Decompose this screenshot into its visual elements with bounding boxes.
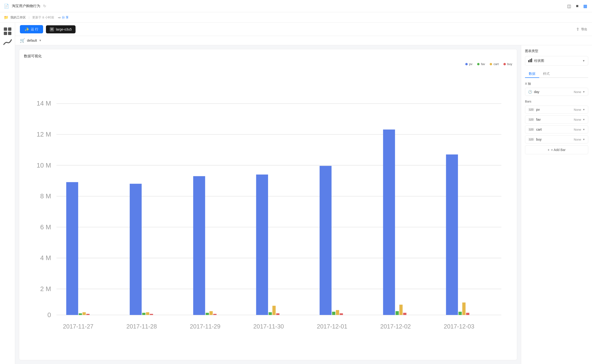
run-button[interactable]: ✨ 运 行 (20, 25, 43, 33)
add-bar-button[interactable]: + + Add Bar (525, 145, 588, 154)
bar (340, 313, 343, 315)
svg-rect-0 (4, 27, 7, 31)
bar (150, 314, 153, 315)
legend-label-cart: cart (493, 62, 499, 66)
x-axis-aggregate: None (574, 90, 581, 94)
x-axis-row-left: 🕐 day (528, 90, 539, 94)
tab-data[interactable]: 数据 (525, 70, 539, 78)
x-axis-label: X 轴 (525, 82, 588, 86)
top-bar-left: 📄 淘宝用户购物行为 ↻ (4, 4, 46, 9)
bar (458, 312, 462, 315)
svg-text:2017-12-01: 2017-12-01 (317, 323, 347, 330)
x-axis-caret-icon: ▼ (583, 91, 585, 93)
bar-aggregate-pv: None (574, 108, 581, 111)
x-axis-field: day (534, 90, 539, 94)
bar-caret-buy-icon: ▼ (583, 138, 585, 141)
bar-row-pv[interactable]: 123 pv None ▼ (525, 105, 588, 114)
chart-type-caret-icon: ▼ (582, 59, 585, 63)
legend-label-buy: buy (507, 62, 512, 66)
layout-icon-2[interactable]: ■ (575, 3, 579, 9)
svg-text:2017-12-02: 2017-12-02 (380, 323, 411, 330)
svg-rect-1 (8, 27, 11, 31)
legend-dot-pv (465, 63, 468, 65)
svg-text:10 M: 10 M (36, 162, 51, 169)
chart-legend: pv fav cart buy (24, 62, 512, 66)
clock-icon: 🕐 (528, 90, 532, 94)
layout-icon-3[interactable]: ▩ (582, 3, 588, 10)
bar-row-fav-right: None ▼ (574, 118, 585, 121)
x-axis-section: X 轴 🕐 day None ▼ (525, 82, 588, 96)
add-bar-label: + Add Bar (551, 148, 566, 152)
num-icon-buy: 123 (528, 138, 534, 141)
legend-buy: buy (503, 62, 512, 66)
bar-row-buy-left: 123 buy (528, 137, 542, 141)
bar-row-fav[interactable]: 123 fav None ▼ (525, 116, 588, 124)
svg-rect-27 (528, 60, 529, 62)
legend-cart: cart (490, 62, 499, 66)
run-label: 运 行 (31, 27, 38, 32)
svg-text:14 M: 14 M (36, 100, 51, 107)
x-axis-row[interactable]: 🕐 day None ▼ (525, 88, 588, 96)
legend-pv: pv (465, 62, 472, 66)
schema-bar: 🛒 default ▼ (15, 36, 592, 45)
bars-label: Bars (525, 100, 588, 103)
svg-rect-2 (4, 32, 7, 35)
bar-row-buy-right: None ▼ (574, 138, 585, 141)
legend-dot-cart (490, 63, 492, 65)
svg-text:2017-11-29: 2017-11-29 (190, 323, 220, 330)
bar (142, 313, 145, 315)
bar (332, 312, 335, 315)
svg-text:2017-12-03: 2017-12-03 (444, 323, 474, 330)
bar-aggregate-buy: None (574, 138, 581, 141)
workspace-icon: 📁 (4, 15, 8, 20)
bar (130, 184, 142, 315)
model-button[interactable]: M large-o3u5 (46, 25, 76, 33)
legend-label-pv: pv (469, 62, 472, 66)
bar (66, 182, 78, 315)
bar (466, 313, 469, 315)
document-icon: 📄 (4, 4, 9, 9)
svg-text:2017-11-27: 2017-11-27 (63, 323, 93, 330)
bar (193, 176, 205, 315)
bar (336, 310, 339, 315)
app-title: 淘宝用户购物行为 (12, 4, 40, 8)
svg-rect-28 (530, 59, 531, 62)
add-icon: + (547, 148, 549, 152)
top-bar: 📄 淘宝用户购物行为 ↻ ◫ ■ ▩ (0, 0, 592, 12)
svg-text:2 M: 2 M (40, 285, 51, 292)
share-button[interactable]: ⇨ 分 享 (58, 15, 69, 20)
bar-row-buy[interactable]: 123 buy None ▼ (525, 135, 588, 143)
chart-type-value: 柱状图 (534, 59, 544, 63)
schema-caret-icon[interactable]: ▼ (39, 39, 42, 42)
bar (383, 130, 395, 315)
bar-row-pv-left: 123 pv (528, 108, 540, 111)
bar (399, 305, 402, 315)
layout-icon-1[interactable]: ◫ (566, 3, 572, 10)
tab-style[interactable]: 样式 (539, 70, 553, 78)
chart-type-selector[interactable]: 柱状图 ▼ (525, 56, 588, 65)
svg-text:8 M: 8 M (40, 192, 51, 200)
sidebar-table-icon[interactable] (3, 26, 12, 36)
svg-text:0: 0 (47, 311, 51, 318)
bar (79, 313, 82, 315)
sidebar-chart-icon[interactable] (3, 38, 12, 47)
refresh-icon[interactable]: ↻ (43, 4, 46, 8)
svg-text:2017-11-30: 2017-11-30 (253, 323, 284, 330)
legend-dot-buy (503, 63, 506, 65)
bar-row-cart-right: None ▼ (574, 128, 585, 131)
svg-rect-29 (531, 58, 532, 62)
toolbar-left: ✨ 运 行 M large-o3u5 (20, 25, 76, 33)
chart-title: 数据可视化 (24, 54, 512, 58)
bar (213, 314, 217, 315)
bar (256, 175, 268, 315)
export-button[interactable]: ⇧ 导出 (576, 27, 587, 32)
bar-chart-svg: 14 M 12 M 10 M 8 M 6 M 4 M 2 M 0 (24, 69, 512, 355)
bar-row-cart[interactable]: 123 cart None ▼ (525, 125, 588, 133)
run-icon: ✨ (25, 27, 29, 32)
bar-name-fav: fav (536, 118, 541, 121)
svg-text:12 M: 12 M (36, 131, 51, 138)
bar (276, 313, 279, 315)
bar-chart-icon (528, 58, 532, 63)
num-icon-pv: 123 (528, 108, 534, 111)
export-label: 导出 (581, 27, 587, 32)
